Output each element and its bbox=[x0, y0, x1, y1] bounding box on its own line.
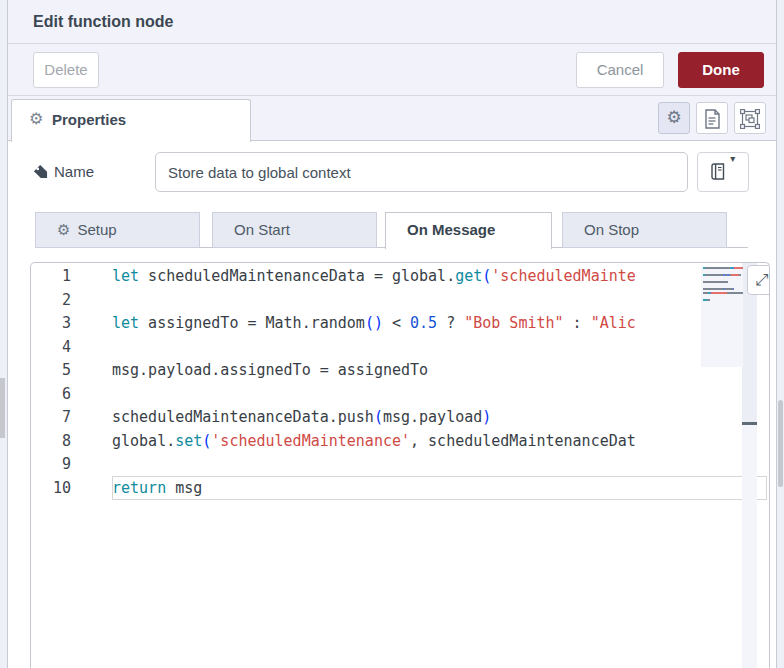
document-icon bbox=[703, 109, 721, 129]
code-token: 'scheduledMainte bbox=[491, 267, 636, 285]
code-token: msg.payload bbox=[383, 408, 482, 426]
tag-icon bbox=[33, 164, 48, 179]
tab-on-start[interactable]: On Start bbox=[212, 212, 377, 248]
dialog-header: Edit function node bbox=[8, 0, 776, 44]
delete-button[interactable]: Delete bbox=[33, 52, 99, 88]
code-token: return bbox=[112, 479, 166, 497]
line-number: 9 bbox=[31, 453, 101, 477]
edit-function-node-dialog: Edit function node Delete Cancel Done ⚙ … bbox=[0, 0, 784, 668]
code-line[interactable] bbox=[112, 453, 769, 477]
code-token: 'scheduledMaintenance' bbox=[211, 432, 410, 450]
gear-icon: ⚙ bbox=[29, 109, 43, 128]
line-number: 8 bbox=[31, 430, 101, 454]
book-icon bbox=[711, 163, 726, 180]
line-number: 5 bbox=[31, 359, 101, 383]
minimap-line bbox=[734, 267, 743, 269]
name-row: Name ▾ bbox=[8, 141, 776, 211]
dialog-scrollbar[interactable] bbox=[776, 0, 784, 668]
minimap[interactable] bbox=[701, 267, 743, 367]
code-token: ( bbox=[202, 432, 211, 450]
minimap-line bbox=[725, 288, 733, 290]
gear-icon: ⚙ bbox=[666, 108, 681, 127]
done-button[interactable]: Done bbox=[678, 52, 764, 88]
code-line[interactable]: let scheduledMaintenanceData = global.ge… bbox=[112, 265, 769, 289]
line-number: 6 bbox=[31, 383, 101, 407]
line-number: 3 bbox=[31, 312, 101, 336]
code-token: let bbox=[112, 267, 139, 285]
node-appearance-button[interactable] bbox=[734, 102, 766, 134]
code-token: ? bbox=[437, 314, 464, 332]
code-line[interactable] bbox=[112, 336, 769, 360]
code-gutter: 12345678910 bbox=[31, 265, 101, 500]
cancel-button[interactable]: Cancel bbox=[576, 52, 664, 88]
node-settings-button[interactable]: ⚙ bbox=[658, 102, 690, 134]
minimap-line bbox=[731, 274, 739, 276]
code-token: "Bob Smith" bbox=[464, 314, 563, 332]
code-line[interactable]: global.set('scheduledMaintenance', sched… bbox=[112, 430, 769, 454]
minimap-line bbox=[733, 288, 734, 290]
tab-on-stop[interactable]: On Stop bbox=[562, 212, 727, 248]
code-token: ) bbox=[482, 408, 491, 426]
code-token: let bbox=[112, 314, 139, 332]
code-line[interactable]: scheduledMaintenanceData.push(msg.payloa… bbox=[112, 406, 769, 430]
code-token: ( bbox=[482, 267, 491, 285]
code-token: global. bbox=[112, 432, 175, 450]
code-token: scheduledMaintenanceData.push bbox=[112, 408, 374, 426]
code-token: set bbox=[175, 432, 202, 450]
expand-editor-button[interactable]: ⤢ bbox=[747, 265, 770, 295]
code-token: () bbox=[365, 314, 383, 332]
code-token: , scheduledMaintenanceDat bbox=[410, 432, 636, 450]
minimap-line bbox=[703, 281, 728, 283]
code-editor[interactable]: 12345678910 let scheduledMaintenanceData… bbox=[30, 262, 770, 668]
chevron-down-icon: ▾ bbox=[730, 153, 735, 164]
code-token: 0.5 bbox=[410, 314, 437, 332]
tab-properties[interactable]: ⚙ Properties bbox=[11, 99, 251, 142]
code-line[interactable]: let assignedTo = Math.random() < 0.5 ? "… bbox=[112, 312, 769, 336]
line-number: 2 bbox=[31, 289, 101, 313]
editor-scrollbar[interactable] bbox=[742, 263, 757, 668]
minimap-line bbox=[739, 274, 741, 276]
name-type-button[interactable]: ▾ bbox=[697, 152, 749, 192]
name-input[interactable] bbox=[155, 152, 688, 192]
code-token: assignedTo = Math.random bbox=[139, 314, 365, 332]
minimap-line bbox=[705, 274, 723, 276]
dialog-panel: Edit function node Delete Cancel Done ⚙ … bbox=[8, 0, 776, 668]
gear-icon: ⚙ bbox=[57, 221, 70, 238]
code-token: : bbox=[564, 314, 591, 332]
code-line[interactable]: msg.payload.assignedTo = assignedTo bbox=[112, 359, 769, 383]
dialog-scrollbar-thumb[interactable] bbox=[778, 400, 783, 487]
tab-properties-label: Properties bbox=[52, 111, 126, 128]
function-tab-bar: ⚙Setup On Start On Message On Stop bbox=[8, 204, 776, 248]
code-token: < bbox=[383, 314, 410, 332]
code-line[interactable] bbox=[112, 383, 769, 407]
line-number: 7 bbox=[31, 406, 101, 430]
code-token: "Alic bbox=[591, 314, 636, 332]
code-line[interactable] bbox=[112, 289, 769, 313]
editor-tab-bar: ⚙ Properties ⚙ bbox=[8, 96, 776, 141]
code-token: ( bbox=[374, 408, 383, 426]
code-token: msg.payload.assignedTo = assignedTo bbox=[112, 361, 428, 379]
code-token: get bbox=[455, 267, 482, 285]
name-label: Name bbox=[33, 163, 94, 180]
minimap-line bbox=[703, 288, 724, 290]
line-number: 10 bbox=[31, 477, 101, 501]
left-scrollbar-thumb[interactable] bbox=[0, 378, 5, 438]
code-token: msg bbox=[166, 479, 202, 497]
node-description-button[interactable] bbox=[696, 102, 728, 134]
group-selection-icon bbox=[740, 109, 760, 129]
dialog-action-bar: Delete Cancel Done bbox=[8, 44, 776, 96]
minimap-line bbox=[727, 292, 743, 294]
code-line[interactable]: return msg bbox=[112, 477, 769, 501]
code-token: scheduledMaintenanceData = global. bbox=[139, 267, 455, 285]
tab-on-message[interactable]: On Message bbox=[385, 212, 552, 249]
code-rows[interactable]: let scheduledMaintenanceData = global.ge… bbox=[112, 265, 769, 500]
minimap-line bbox=[705, 267, 730, 269]
minimap-line bbox=[707, 299, 710, 301]
tab-setup[interactable]: ⚙Setup bbox=[35, 212, 200, 248]
editor-scrollbar-thumb-edge bbox=[742, 422, 757, 425]
dialog-title: Edit function node bbox=[33, 13, 173, 31]
line-number: 4 bbox=[31, 336, 101, 360]
left-tray-edge bbox=[0, 0, 8, 668]
line-number: 1 bbox=[31, 265, 101, 289]
minimap-line bbox=[711, 292, 727, 294]
